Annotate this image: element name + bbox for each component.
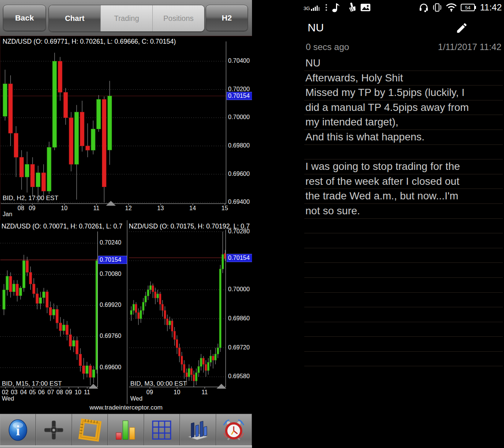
x-axis-tick (24, 387, 24, 389)
trading-app: Back Chart Trading Positions H2 NZD/USD … (0, 0, 252, 448)
clean-icon (345, 3, 356, 12)
candle (36, 294, 38, 304)
signal-bars-icon (311, 4, 321, 11)
note-age: 0 secs ago (306, 42, 349, 52)
note-line (304, 233, 503, 248)
tab-chart[interactable]: Chart (49, 5, 100, 31)
network-type-label: 3G (304, 6, 310, 11)
note-line (304, 278, 503, 293)
candle (140, 311, 142, 319)
timeframe-button[interactable]: H2 (206, 5, 248, 31)
tab-trading[interactable]: Trading (100, 5, 152, 31)
tab-positions[interactable]: Positions (152, 5, 204, 31)
note-line: rest of the week after I closed out (304, 174, 503, 189)
overflow-menu-button[interactable] (485, 20, 493, 21)
gallery-icon (360, 3, 371, 12)
note-datetime: 1/11/2017 11:42 (438, 42, 501, 52)
scroll-handle[interactable] (217, 384, 226, 389)
status-left-cluster: 3G (304, 0, 371, 15)
bar-chart-icon (114, 419, 137, 442)
x-axis-tick (225, 204, 225, 205)
note-line (304, 337, 503, 352)
x-axis-tick (32, 204, 32, 205)
candlestick-plot[interactable] (0, 231, 98, 387)
day-label: Jan (3, 211, 12, 218)
ruler-button[interactable] (72, 414, 108, 446)
grid-layout-button[interactable] (144, 414, 180, 446)
candlestick-plot[interactable] (1, 41, 226, 204)
chart-panel-h2[interactable]: NZD/USD (O: 0.69771, H: 0.70261, L: 0.69… (0, 36, 253, 221)
alerts-button[interactable] (216, 414, 252, 446)
x-axis-tick (60, 387, 60, 389)
candle (6, 276, 9, 290)
crosshair-button[interactable] (36, 414, 72, 446)
candle (91, 129, 95, 150)
note-line: Missed my TP by 1.5pips (luckily, I (304, 85, 503, 100)
note-line: did a manual TP 4.5pips away from (304, 100, 503, 115)
candle (43, 292, 45, 298)
candle (72, 340, 75, 346)
chart-title: NZD/USD (O: 0.70071, H: 0.70261, L: 0.7 (1, 223, 122, 230)
note-line (304, 219, 503, 234)
x-axis-tick (150, 387, 150, 389)
svg-text:54: 54 (465, 5, 470, 10)
candle (3, 290, 5, 309)
chart-tools-toolbar: i (0, 414, 252, 446)
chart-panel-m3[interactable]: NZD/USD (O: 0.70175, H: 0.70192, L: 0.70… (127, 220, 252, 404)
candle (59, 323, 62, 331)
candle (75, 112, 79, 164)
3d-bars-icon (186, 418, 210, 442)
candle (155, 292, 156, 298)
candle (92, 370, 95, 377)
candle (14, 133, 18, 157)
candlestick-plot[interactable] (129, 230, 226, 387)
y-axis-label: 0.69600 (100, 364, 121, 371)
grid-icon (150, 419, 173, 442)
candle (159, 294, 161, 304)
x-axis-label: 09 (65, 389, 72, 396)
view-tabs: Chart Trading Positions (49, 5, 205, 32)
candle (58, 61, 62, 92)
candle (56, 309, 58, 323)
back-button[interactable]: Back (3, 5, 46, 31)
candle (46, 292, 49, 308)
x-axis-tick (87, 387, 87, 389)
note-line (304, 352, 503, 367)
candle (102, 99, 106, 187)
y-axis-label: 0.70000 (228, 286, 250, 293)
candle (39, 298, 42, 304)
candle (162, 304, 164, 311)
pencil-icon (455, 22, 468, 34)
music-note-icon (332, 3, 341, 12)
x-axis-label: 03 (11, 389, 18, 396)
candle (3, 84, 7, 116)
candle (108, 96, 112, 150)
candle (97, 99, 101, 129)
x-axis-tick (96, 204, 97, 205)
candle (130, 311, 132, 315)
candle (195, 373, 197, 381)
candle (147, 290, 149, 296)
candle (210, 356, 212, 363)
candle (83, 366, 85, 374)
status-bar: 3G (252, 0, 504, 15)
x-axis-tick (41, 387, 42, 389)
candle (31, 164, 35, 187)
note-body[interactable]: NUAfterwards, Holy ShitMissed my TP by 1… (304, 56, 503, 366)
candle (22, 261, 25, 288)
candle (190, 368, 192, 375)
note-line (304, 307, 503, 322)
info-button[interactable]: i (0, 414, 36, 446)
chart-type-button[interactable] (108, 414, 144, 446)
candle (79, 354, 82, 365)
x-axis-label: 10 (61, 205, 68, 212)
edit-button[interactable] (453, 21, 470, 36)
scroll-handle[interactable] (88, 384, 98, 389)
indicators-button[interactable] (180, 414, 216, 446)
scroll-handle[interactable] (106, 201, 116, 206)
note-header: NU (302, 15, 504, 40)
x-axis-tick (177, 387, 177, 389)
y-axis-label: 0.70280 (228, 228, 250, 235)
chart-panel-m15[interactable]: NZD/USD (O: 0.70071, H: 0.70261, L: 0.70… (0, 220, 127, 404)
day-label: Wed (130, 395, 143, 402)
